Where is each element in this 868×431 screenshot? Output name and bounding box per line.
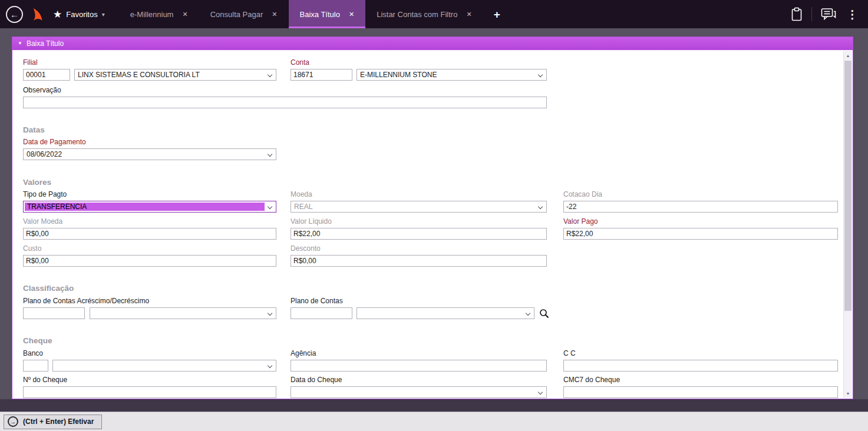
plano-contas-code-input[interactable] [291,307,352,319]
conta-select-value: E-MILLENNIUM STONE [360,69,535,80]
conta-select[interactable]: E-MILLENNIUM STONE [357,69,547,81]
observacao-input[interactable] [23,97,547,108]
data-cheque-label: Data do Cheque [291,376,342,384]
chevron-down-icon [526,311,530,316]
tab-label: Consulta Pagar [210,10,263,19]
scroll-up-icon[interactable]: ▲ [844,51,852,60]
efetivar-button[interactable]: → (Ctrl + Enter) Efetivar [4,415,102,429]
close-tab-icon[interactable]: ✕ [272,11,277,18]
observacao-label: Observação [23,86,61,94]
filial-code-input[interactable] [23,69,70,81]
divider [811,7,812,21]
custo-input[interactable] [23,255,276,267]
form-area: Filial LINX SISTEMAS E CONSULTORIA LT Co… [13,51,843,398]
valor-pago-label: Valor Pago [563,217,598,226]
chevron-down-icon [538,204,543,209]
arrow-glyph: → [10,419,16,425]
valor-pago-input[interactable] [563,228,838,240]
cc-input[interactable] [563,360,838,372]
moeda-label: Moeda [291,190,312,198]
tipo-pagto-label: Tipo de Pagto [23,190,67,198]
tipo-pagto-select[interactable]: TRANSFERENCIA [23,201,276,213]
baixa-titulo-panel: ▼ Baixa Título Filial LINX SISTEMAS E CO… [12,37,853,399]
num-cheque-label: Nº do Cheque [23,376,67,384]
moeda-select[interactable]: REAL [291,201,547,213]
chevron-down-icon [538,390,543,394]
chevron-down-icon [268,72,272,77]
chevron-down-icon [538,72,543,77]
close-tab-icon[interactable]: ✕ [182,11,187,18]
efetivar-label: (Ctrl + Enter) Efetivar [23,417,94,426]
plano-contas-label: Plano de Contas [291,297,343,305]
custo-label: Custo [23,244,41,253]
ellipsis-glyph: ⋮ [847,8,858,21]
filial-label: Filial [23,58,38,67]
plano-acrescimo-code-input[interactable] [23,307,85,319]
vertical-scrollbar[interactable]: ▲ ▼ [843,51,852,398]
star-icon: ★ [53,9,62,19]
valor-liquido-label: Valor Líquido [291,217,332,226]
filial-select[interactable]: LINX SISTEMAS E CONSULTORIA LT [74,69,276,81]
topbar-actions: ⋮ [791,7,860,22]
chevron-down-icon [268,311,272,316]
scroll-down-icon[interactable]: ▼ [844,389,852,398]
chevron-down-icon [268,152,272,157]
data-pagamento-label: Data de Pagamento [23,138,86,146]
tab-baixa-titulo[interactable]: Baixa Título ✕ [289,0,366,28]
tab-e-millennium[interactable]: e-Millennium ✕ [119,0,199,28]
top-bar: ← ★ Favoritos ▾ e-Millennium ✕ Consulta … [0,0,868,28]
banco-code-input[interactable] [23,360,48,372]
valor-liquido-input[interactable] [291,228,547,240]
num-cheque-input[interactable] [23,386,276,398]
favorites-label: Favoritos [66,10,97,19]
tab-label: Baixa Título [300,10,340,19]
conta-label: Conta [291,58,309,67]
search-icon[interactable] [539,309,549,319]
moeda-value: REAL [294,201,535,212]
data-cheque-select[interactable] [291,386,547,398]
cotacao-dia-input[interactable] [563,201,838,213]
close-tab-icon[interactable]: ✕ [466,11,471,18]
chat-icon[interactable] [821,8,836,21]
plus-icon: + [494,8,500,21]
back-button[interactable]: ← [6,6,23,23]
data-pagamento-select[interactable]: 08/06/2022 [23,148,276,160]
plano-acrescimo-select[interactable] [90,307,276,319]
agencia-input[interactable] [291,360,547,372]
app-window: ← ★ Favoritos ▾ e-Millennium ✕ Consulta … [0,0,868,431]
banco-value [56,360,265,371]
tab-label: Listar Contas com Filtro [377,10,457,19]
status-bar: → (Ctrl + Enter) Efetivar [0,412,868,431]
cotacao-dia-label: Cotacao Dia [563,190,602,198]
plano-contas-select[interactable] [357,307,534,319]
banco-label: Banco [23,349,43,357]
valores-heading: Valores [23,178,51,187]
conta-code-input[interactable] [291,69,352,81]
new-tab-button[interactable]: + [494,9,500,20]
panel-title: Baixa Título [27,39,64,48]
tab-listar-contas-com-filtro[interactable]: Listar Contas com Filtro ✕ [365,0,483,28]
banco-select[interactable] [52,360,276,372]
cc-label: C C [563,349,576,357]
close-tab-icon[interactable]: ✕ [349,11,354,18]
desconto-input[interactable] [291,255,547,267]
chevron-down-icon [268,204,272,209]
scrollbar-thumb[interactable] [844,61,852,311]
data-pagamento-value: 08/06/2022 [27,149,265,160]
clipboard-icon[interactable] [791,7,803,22]
classificacao-heading: Classificação [23,284,74,293]
favorites-menu[interactable]: ★ Favoritos ▾ [53,9,105,19]
cheque-heading: Cheque [23,336,52,345]
cmc7-label: CMC7 do Cheque [563,376,620,384]
desconto-label: Desconto [291,244,321,253]
more-menu-icon[interactable]: ⋮ [845,8,860,21]
back-arrow-icon: ← [10,9,19,19]
collapse-caret-icon: ▼ [18,41,22,46]
valor-moeda-input[interactable] [23,228,276,240]
cmc7-input[interactable] [563,386,838,398]
plano-acrescimo-label: Plano de Contas Acréscimo/Decréscimo [23,297,149,305]
filial-select-value: LINX SISTEMAS E CONSULTORIA LT [78,69,265,80]
chevron-down-icon [268,363,272,368]
panel-header[interactable]: ▼ Baixa Título [12,37,853,50]
tab-consulta-pagar[interactable]: Consulta Pagar ✕ [199,0,289,28]
